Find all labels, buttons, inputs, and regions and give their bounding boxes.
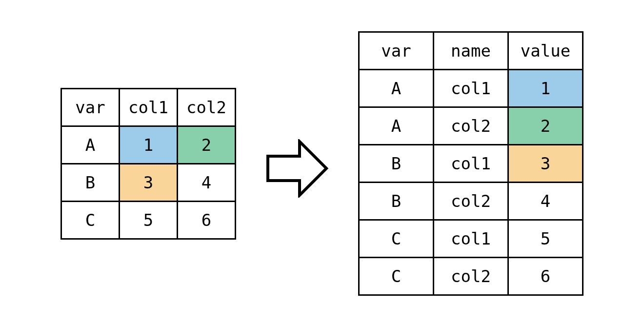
wide-var-cell: A xyxy=(61,126,120,164)
long-name-cell: col2 xyxy=(434,183,508,220)
table-row: C col2 6 xyxy=(359,258,583,295)
table-row: B 3 4 xyxy=(61,164,236,201)
transform-arrow-icon xyxy=(265,129,329,198)
long-value-cell: 6 xyxy=(508,258,583,295)
table-row: B col2 4 xyxy=(359,183,583,220)
table-row: C 5 6 xyxy=(61,201,236,239)
long-var-cell: A xyxy=(359,107,434,145)
long-var-cell: B xyxy=(359,145,434,183)
table-row: A col1 1 xyxy=(359,70,583,107)
long-name-cell: col2 xyxy=(434,258,508,295)
long-name-cell: col1 xyxy=(434,220,508,258)
long-name-cell: col1 xyxy=(434,70,508,107)
long-var-cell: B xyxy=(359,183,434,220)
wide-col1-cell: 5 xyxy=(120,201,178,239)
long-value-cell: 3 xyxy=(508,145,583,183)
wide-col2-cell: 2 xyxy=(178,126,236,164)
wide-col2-cell: 6 xyxy=(178,201,236,239)
wide-header-row: var col1 col2 xyxy=(61,88,236,126)
long-header-var: var xyxy=(359,32,434,70)
long-name-cell: col1 xyxy=(434,145,508,183)
long-var-cell: C xyxy=(359,220,434,258)
long-var-cell: A xyxy=(359,70,434,107)
long-table: var name value A col1 1 A col2 2 B col1 … xyxy=(358,31,584,296)
wide-col2-cell: 4 xyxy=(178,164,236,201)
wide-header-col1: col1 xyxy=(120,88,178,126)
wide-var-cell: C xyxy=(61,201,120,239)
long-value-cell: 4 xyxy=(508,183,583,220)
long-var-cell: C xyxy=(359,258,434,295)
wide-col1-cell: 1 xyxy=(120,126,178,164)
table-row: C col1 5 xyxy=(359,220,583,258)
wide-header-col2: col2 xyxy=(178,88,236,126)
table-row: A col2 2 xyxy=(359,107,583,145)
wide-col1-cell: 3 xyxy=(120,164,178,201)
wide-var-cell: B xyxy=(61,164,120,201)
table-row: B col1 3 xyxy=(359,145,583,183)
table-row: A 1 2 xyxy=(61,126,236,164)
long-header-value: value xyxy=(508,32,583,70)
wide-table: var col1 col2 A 1 2 B 3 4 C 5 6 xyxy=(60,88,236,240)
long-value-cell: 2 xyxy=(508,107,583,145)
wide-header-var: var xyxy=(61,88,120,126)
long-header-name: name xyxy=(434,32,508,70)
long-name-cell: col2 xyxy=(434,107,508,145)
long-value-cell: 5 xyxy=(508,220,583,258)
long-value-cell: 1 xyxy=(508,70,583,107)
long-header-row: var name value xyxy=(359,32,583,70)
